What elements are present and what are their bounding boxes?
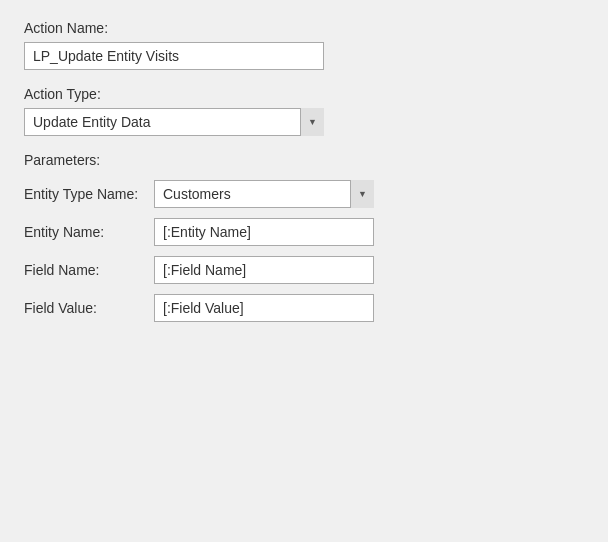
action-name-label: Action Name: bbox=[24, 20, 584, 36]
field-name-row: Field Name: bbox=[24, 256, 584, 284]
entity-type-name-select[interactable]: Customers bbox=[154, 180, 374, 208]
parameters-label: Parameters: bbox=[24, 152, 584, 168]
field-name-input[interactable] bbox=[154, 256, 374, 284]
action-type-select-wrapper: Update Entity Data bbox=[24, 108, 324, 136]
entity-name-label: Entity Name: bbox=[24, 224, 154, 240]
parameters-section: Parameters: Entity Type Name: Customers … bbox=[24, 152, 584, 322]
field-value-input[interactable] bbox=[154, 294, 374, 322]
entity-name-input[interactable] bbox=[154, 218, 374, 246]
action-type-select[interactable]: Update Entity Data bbox=[24, 108, 324, 136]
entity-type-name-select-wrapper: Customers bbox=[154, 180, 374, 208]
entity-type-name-label: Entity Type Name: bbox=[24, 186, 154, 202]
entity-name-row: Entity Name: bbox=[24, 218, 584, 246]
action-type-group: Action Type: Update Entity Data bbox=[24, 86, 584, 136]
entity-type-name-row: Entity Type Name: Customers bbox=[24, 180, 584, 208]
field-value-row: Field Value: bbox=[24, 294, 584, 322]
field-name-label: Field Name: bbox=[24, 262, 154, 278]
field-value-label: Field Value: bbox=[24, 300, 154, 316]
action-name-group: Action Name: bbox=[24, 20, 584, 70]
action-name-input[interactable] bbox=[24, 42, 324, 70]
action-type-label: Action Type: bbox=[24, 86, 584, 102]
